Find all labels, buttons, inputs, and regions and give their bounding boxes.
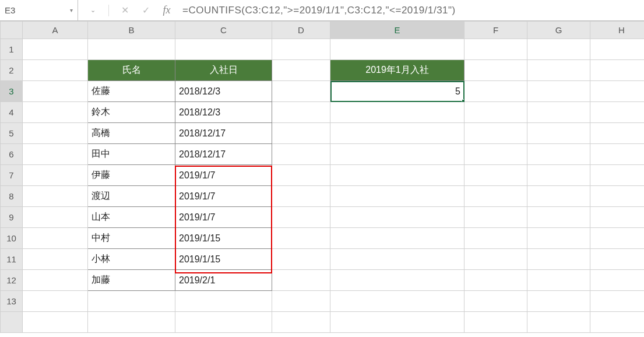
cell-G8[interactable] [527,186,590,207]
cell-H7[interactable] [590,165,645,186]
col-header-F[interactable]: F [464,22,527,39]
cell-B6[interactable]: 田中 [88,144,175,165]
cell-H14[interactable] [590,312,645,333]
cell-H1[interactable] [590,39,645,60]
cell-F8[interactable] [464,186,527,207]
cell-C2[interactable]: 入社日 [175,60,272,81]
insert-function-icon[interactable]: fx [160,4,173,16]
cell-A5[interactable] [23,123,88,144]
cell-C4[interactable]: 2018/12/3 [175,102,272,123]
cell-F10[interactable] [464,228,527,249]
cancel-icon[interactable]: ✕ [118,5,131,16]
cell-G11[interactable] [527,249,590,270]
cell-G13[interactable] [527,291,590,312]
row-header-9[interactable]: 9 [1,207,23,228]
cell-D8[interactable] [272,186,330,207]
row-header-11[interactable]: 11 [1,249,23,270]
cell-A2[interactable] [23,60,88,81]
cell-F12[interactable] [464,270,527,291]
row-header-6[interactable]: 6 [1,144,23,165]
cell-A3[interactable] [23,81,88,102]
cell-D13[interactable] [272,291,330,312]
cell-H5[interactable] [590,123,645,144]
col-header-D[interactable]: D [272,22,330,39]
cell-B3[interactable]: 佐藤 [88,81,175,102]
cell-F13[interactable] [464,291,527,312]
cell-G12[interactable] [527,270,590,291]
cell-F5[interactable] [464,123,527,144]
cell-H8[interactable] [590,186,645,207]
cell-G10[interactable] [527,228,590,249]
cell-B9[interactable]: 山本 [88,207,175,228]
cell-B5[interactable]: 高橋 [88,123,175,144]
select-all-corner[interactable] [1,22,23,39]
row-header-5[interactable]: 5 [1,123,23,144]
col-header-H[interactable]: H [590,22,645,39]
cell-A12[interactable] [23,270,88,291]
row-header-3[interactable]: 3 [1,81,23,102]
cell-E9[interactable] [330,207,464,228]
cell-B2[interactable]: 氏名 [88,60,175,81]
row-header-2[interactable]: 2 [1,60,23,81]
cell-A9[interactable] [23,207,88,228]
cell-C9[interactable]: 2019/1/7 [175,207,272,228]
row-header-4[interactable]: 4 [1,102,23,123]
cell-B14[interactable] [88,312,175,333]
cell-A4[interactable] [23,102,88,123]
cell-C3[interactable]: 2018/12/3 [175,81,272,102]
cell-B1[interactable] [88,39,175,60]
cell-E14[interactable] [330,312,464,333]
cell-C11[interactable]: 2019/1/15 [175,249,272,270]
cell-D11[interactable] [272,249,330,270]
cell-D1[interactable] [272,39,330,60]
cell-G14[interactable] [527,312,590,333]
cell-F7[interactable] [464,165,527,186]
expand-refs-icon[interactable]: ⌄ [86,6,99,14]
name-box[interactable]: E3 ▾ [0,0,78,20]
cell-E13[interactable] [330,291,464,312]
cell-F2[interactable] [464,60,527,81]
row-header-13[interactable]: 13 [1,291,23,312]
col-header-E[interactable]: E [330,22,464,39]
cell-H12[interactable] [590,270,645,291]
cell-C12[interactable]: 2019/2/1 [175,270,272,291]
cell-G6[interactable] [527,144,590,165]
cell-E1[interactable] [330,39,464,60]
cell-C7[interactable]: 2019/1/7 [175,165,272,186]
cell-E7[interactable] [330,165,464,186]
row-header-14[interactable] [1,312,23,333]
row-header-8[interactable]: 8 [1,186,23,207]
cell-C8[interactable]: 2019/1/7 [175,186,272,207]
cell-D3[interactable] [272,81,330,102]
cell-F1[interactable] [464,39,527,60]
col-header-C[interactable]: C [175,22,272,39]
cell-B11[interactable]: 小林 [88,249,175,270]
cell-F6[interactable] [464,144,527,165]
enter-icon[interactable]: ✓ [139,5,152,16]
cell-G7[interactable] [527,165,590,186]
col-header-G[interactable]: G [527,22,590,39]
cell-B8[interactable]: 渡辺 [88,186,175,207]
cell-D10[interactable] [272,228,330,249]
col-header-A[interactable]: A [23,22,88,39]
fill-handle[interactable] [462,99,464,102]
cell-F4[interactable] [464,102,527,123]
cell-H2[interactable] [590,60,645,81]
cell-B13[interactable] [88,291,175,312]
cell-A14[interactable] [23,312,88,333]
cell-A8[interactable] [23,186,88,207]
col-header-B[interactable]: B [88,22,175,39]
cell-F14[interactable] [464,312,527,333]
name-box-dropdown-icon[interactable]: ▾ [70,7,73,13]
cell-D5[interactable] [272,123,330,144]
cell-F9[interactable] [464,207,527,228]
cell-C14[interactable] [175,312,272,333]
row-header-12[interactable]: 12 [1,270,23,291]
cell-D7[interactable] [272,165,330,186]
cell-C10[interactable]: 2019/1/15 [175,228,272,249]
cell-C13[interactable] [175,291,272,312]
cell-E4[interactable] [330,102,464,123]
cell-E5[interactable] [330,123,464,144]
cell-G3[interactable] [527,81,590,102]
formula-input[interactable]: =COUNTIFS(C3:C12,">=2019/1/1",C3:C12,"<=… [177,0,644,20]
